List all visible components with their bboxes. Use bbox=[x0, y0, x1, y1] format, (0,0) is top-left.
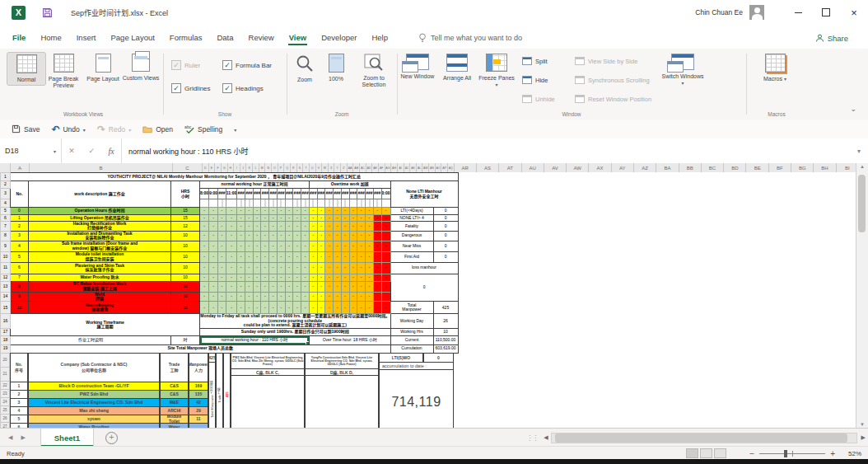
time-subcell[interactable] bbox=[293, 199, 301, 208]
schedule-cell[interactable]: - bbox=[277, 302, 285, 314]
work-row-hrs[interactable]: 10 bbox=[171, 292, 200, 302]
column-header[interactable]: AZ bbox=[634, 163, 656, 172]
schedule-cell[interactable]: - bbox=[277, 231, 285, 241]
next-sheet-icon[interactable]: ▶ bbox=[21, 434, 25, 441]
schedule-cell[interactable]: - bbox=[334, 274, 342, 281]
time-subcell[interactable] bbox=[261, 199, 269, 208]
schedule-cell[interactable]: - bbox=[334, 302, 342, 314]
schedule-cell[interactable]: - bbox=[373, 251, 381, 262]
time-label[interactable]: ### bbox=[373, 189, 381, 199]
column-header[interactable]: Y bbox=[334, 163, 341, 172]
time-label[interactable]: ### bbox=[334, 189, 342, 199]
time-label[interactable]: 8:00 bbox=[200, 189, 209, 199]
schedule-cell[interactable]: - bbox=[341, 292, 349, 302]
work-row-hrs[interactable]: 10 bbox=[171, 302, 200, 314]
schedule-cell[interactable]: - bbox=[366, 231, 374, 241]
row-header[interactable]: 10 bbox=[1, 251, 11, 262]
schedule-cell[interactable]: - bbox=[341, 302, 349, 314]
schedule-cell[interactable]: - bbox=[218, 208, 226, 215]
schedule-cell[interactable]: - bbox=[381, 251, 390, 262]
column-header[interactable]: J bbox=[240, 163, 247, 172]
row-header[interactable]: 9 bbox=[1, 241, 11, 251]
time-subcell[interactable] bbox=[317, 199, 325, 208]
schedule-cell[interactable]: - bbox=[366, 208, 374, 215]
column-header[interactable]: F bbox=[215, 163, 222, 172]
schedule-cell[interactable]: - bbox=[200, 215, 209, 222]
save-button[interactable]: Save bbox=[12, 124, 40, 134]
schedule-cell[interactable]: - bbox=[317, 222, 325, 232]
schedule-cell[interactable]: - bbox=[277, 274, 285, 281]
schedule-cell[interactable]: - bbox=[261, 281, 269, 292]
schedule-cell[interactable]: - bbox=[357, 222, 366, 232]
work-row-hrs[interactable]: 10 bbox=[171, 251, 200, 262]
hide-button[interactable]: Hide bbox=[522, 76, 548, 84]
schedule-cell[interactable]: - bbox=[381, 281, 390, 292]
schedule-cell[interactable]: - bbox=[200, 292, 209, 302]
tab-insert[interactable]: Insert bbox=[69, 33, 104, 49]
schedule-cell[interactable]: - bbox=[226, 292, 237, 302]
schedule-cell[interactable]: - bbox=[317, 274, 325, 281]
schedule-cell[interactable]: - bbox=[373, 215, 381, 222]
redo-button[interactable]: ↷ Redo▾ bbox=[97, 125, 131, 134]
schedule-cell[interactable]: - bbox=[261, 241, 269, 251]
schedule-cell[interactable]: - bbox=[277, 215, 285, 222]
time-label[interactable]: ### bbox=[366, 189, 374, 199]
schedule-cell[interactable]: - bbox=[325, 302, 334, 314]
schedule-cell[interactable]: - bbox=[381, 208, 390, 215]
schedule-cell[interactable]: - bbox=[226, 208, 237, 215]
schedule-cell[interactable]: - bbox=[309, 262, 317, 274]
restore-button[interactable] bbox=[812, 0, 840, 25]
schedule-cell[interactable]: - bbox=[285, 215, 293, 222]
work-row-hrs[interactable]: 10 bbox=[171, 274, 200, 281]
schedule-cell[interactable]: - bbox=[285, 281, 293, 292]
row-header[interactable]: 8 bbox=[1, 231, 11, 241]
schedule-cell[interactable]: - bbox=[226, 241, 237, 251]
column-header[interactable]: AA bbox=[348, 163, 354, 172]
schedule-cell[interactable]: - bbox=[373, 292, 381, 302]
schedule-cell[interactable]: - bbox=[293, 215, 301, 222]
schedule-cell[interactable]: - bbox=[349, 262, 357, 274]
row-header[interactable]: 16 bbox=[1, 314, 11, 328]
schedule-cell[interactable]: - bbox=[285, 302, 293, 314]
column-header[interactable] bbox=[0, 163, 11, 172]
work-row-hrs[interactable]: 15 bbox=[171, 215, 200, 222]
time-label[interactable]: ### bbox=[293, 189, 301, 199]
schedule-cell[interactable]: - bbox=[309, 208, 317, 215]
tab-view[interactable]: View bbox=[282, 33, 314, 49]
tab-file[interactable]: File bbox=[5, 33, 33, 49]
time-subcell[interactable] bbox=[226, 199, 237, 208]
schedule-cell[interactable]: - bbox=[226, 302, 237, 314]
schedule-cell[interactable]: - bbox=[218, 281, 226, 292]
work-row-hrs[interactable]: 10 bbox=[171, 231, 200, 241]
schedule-cell[interactable]: - bbox=[341, 262, 349, 274]
schedule-cell[interactable]: - bbox=[269, 222, 278, 232]
schedule-cell[interactable]: - bbox=[317, 251, 325, 262]
schedule-cell[interactable]: - bbox=[341, 222, 349, 232]
schedule-cell[interactable]: - bbox=[245, 262, 254, 274]
column-header[interactable]: BC bbox=[702, 163, 724, 172]
gridlines-checkbox[interactable]: ✓Gridlines bbox=[171, 83, 211, 93]
schedule-cell[interactable]: - bbox=[237, 241, 245, 251]
schedule-cell[interactable]: - bbox=[200, 302, 209, 314]
work-row-hrs[interactable]: 10 bbox=[171, 281, 200, 292]
time-subcell[interactable] bbox=[209, 199, 218, 208]
column-header[interactable]: S bbox=[297, 163, 304, 172]
column-header[interactable]: AI bbox=[398, 163, 404, 172]
time-label[interactable]: ### bbox=[237, 189, 245, 199]
time-label[interactable]: ### bbox=[349, 189, 357, 199]
schedule-cell[interactable]: - bbox=[253, 241, 261, 251]
work-row-desc[interactable]: Water Proofing 防水 bbox=[29, 274, 171, 281]
schedule-cell[interactable]: - bbox=[373, 222, 381, 232]
schedule-cell[interactable]: - bbox=[334, 292, 342, 302]
time-subcell[interactable] bbox=[366, 199, 374, 208]
time-label[interactable]: ### bbox=[301, 189, 310, 199]
schedule-cell[interactable]: - bbox=[373, 274, 381, 281]
zoom-slider[interactable] bbox=[759, 453, 825, 454]
schedule-cell[interactable]: - bbox=[269, 292, 278, 302]
time-subcell[interactable] bbox=[245, 199, 254, 208]
zoom-100-button[interactable]: 100% bbox=[320, 54, 352, 82]
time-subcell[interactable] bbox=[373, 199, 381, 208]
new-window-button[interactable]: New Window bbox=[399, 54, 436, 80]
schedule-cell[interactable]: - bbox=[237, 222, 245, 232]
schedule-cell[interactable]: - bbox=[218, 274, 226, 281]
